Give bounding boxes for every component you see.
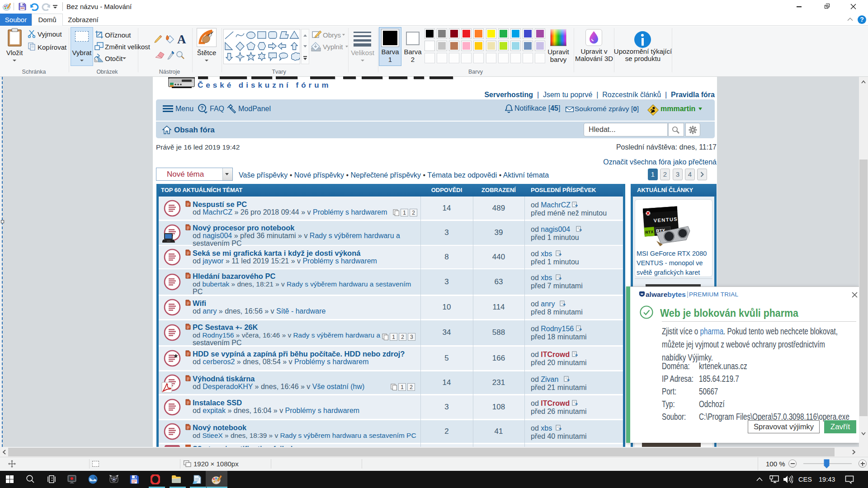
svg-text:?: ? [201,105,204,111]
svg-text:RTX: RTX [645,230,654,235]
